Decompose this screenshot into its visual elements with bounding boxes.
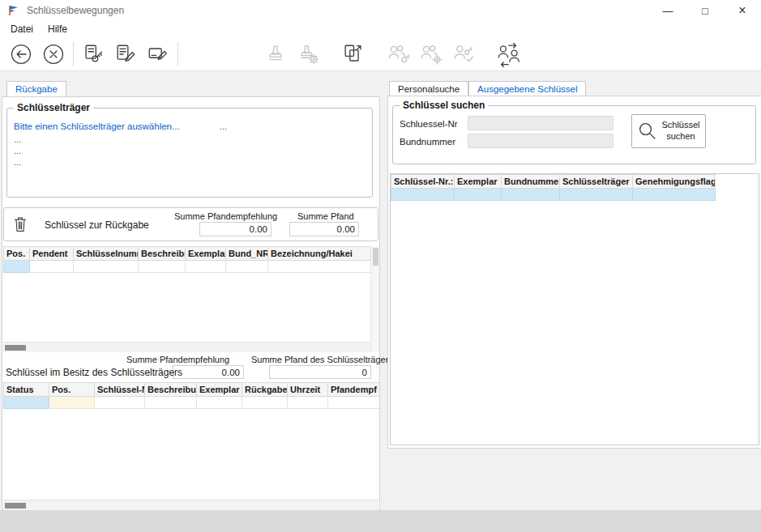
- column-header[interactable]: Bundnummer: [502, 175, 560, 189]
- possession-pfandempfehlung-value: 0.00: [173, 365, 244, 379]
- sum-pfandempfehlung-label: Summe Pfandempfehlung: [174, 211, 277, 221]
- key-search-icon: [81, 42, 105, 66]
- bund-number-input[interactable]: [468, 134, 614, 148]
- issued-keys-panel: Schlüssel suchen Schluessel-Nr Bundnumme…: [387, 96, 761, 449]
- person-key-check-button: [447, 39, 480, 70]
- stamp-button: [259, 39, 292, 70]
- rueckgabe-panel: Schlüsselträger Bitte einen Schlüsselträ…: [2, 96, 380, 510]
- column-header[interactable]: Genehmigungsflag: [633, 175, 716, 189]
- keyholder-prompt: Bitte einen Schlüsselträger auswählen...: [14, 121, 180, 131]
- column-header[interactable]: Status: [4, 383, 49, 397]
- possession-label: Schlüssel im Besitz des Schlüsselträgers: [6, 367, 182, 378]
- app-icon: [7, 4, 20, 17]
- key-number-input[interactable]: [468, 116, 614, 130]
- column-header[interactable]: Pos.: [4, 247, 30, 261]
- possession-pfand-value: 0: [269, 365, 371, 379]
- edit-movement-button[interactable]: [109, 39, 142, 70]
- tab-personalsuche[interactable]: Personalsuche: [389, 81, 468, 96]
- column-header[interactable]: Pfandempf: [328, 383, 380, 397]
- tab-rueckgabe[interactable]: Rückgabe: [6, 81, 66, 96]
- keyholder-groupbox: Schlüsselträger Bitte einen Schlüsselträ…: [6, 102, 373, 198]
- sum-pfand-label: Summe Pfand: [297, 211, 354, 221]
- column-header[interactable]: Bezeichnung/Hakei: [268, 247, 371, 261]
- column-header[interactable]: Beschreibun: [145, 383, 197, 397]
- table-row[interactable]: [4, 397, 380, 409]
- app-window: Schlüsselbewegungen — □ × Datei Hilfe: [0, 0, 761, 532]
- column-header[interactable]: Exemplar: [197, 383, 242, 397]
- persons-key-gear-icon: [418, 42, 444, 66]
- stamp-settings-button: [292, 39, 324, 70]
- column-header[interactable]: Schlüssel-Nr.:: [391, 175, 455, 189]
- scrollbar-thumb[interactable]: [5, 503, 26, 509]
- possession-pfand-label: Summe Pfand des Schlüsselträgers: [251, 355, 393, 364]
- table-header-row: Schlüssel-Nr.: Exemplar Bundnummer Schlü…: [391, 175, 716, 189]
- cancel-button[interactable]: [37, 39, 70, 70]
- stamp-icon: [263, 42, 288, 66]
- close-button[interactable]: ×: [724, 0, 761, 21]
- key-search-group-title: Schlüssel suchen: [400, 100, 488, 111]
- column-header[interactable]: Rückgabe: [242, 383, 288, 397]
- search-keys-button[interactable]: Schlüssel suchen: [631, 114, 706, 148]
- toolbar: [0, 37, 761, 71]
- sign-button[interactable]: [142, 39, 174, 70]
- stamp-gear-icon: [296, 42, 320, 66]
- column-header[interactable]: Exemplar: [186, 247, 226, 261]
- sum-pfand-value: 0.00: [289, 222, 359, 236]
- menu-hilfe[interactable]: Hilfe: [41, 22, 75, 36]
- persons-key-settings-button: [415, 39, 447, 70]
- issued-keys-table: Schlüssel-Nr.: Exemplar Bundnummer Schlü…: [390, 173, 759, 445]
- table-header-row: Pos. Pendent Schlüsselnummer Beschreibun…: [4, 247, 371, 261]
- edit-document-icon: [113, 42, 138, 66]
- keyholder-line: ...: [14, 146, 21, 155]
- column-header[interactable]: Pendent: [30, 247, 74, 261]
- table2-horizontal-scrollbar[interactable]: [3, 500, 378, 510]
- menu-datei[interactable]: Datei: [3, 22, 41, 36]
- table-header-row: Status Pos. Schlüssel-Nr Beschreibun Exe…: [4, 383, 380, 397]
- left-tabstrip: Rückgabe: [6, 81, 66, 96]
- column-header[interactable]: Pos.: [49, 383, 95, 397]
- cancel-icon: [41, 42, 66, 66]
- back-icon: [9, 42, 33, 66]
- possession-keys-table: Status Pos. Schlüssel-Nr Beschreibun Exe…: [3, 382, 379, 500]
- menu-bar: Datei Hilfe: [0, 21, 761, 37]
- keyholder-line: ...: [14, 134, 21, 144]
- scrollbar-thumb[interactable]: [373, 248, 378, 266]
- table-row[interactable]: [391, 189, 716, 201]
- signature-icon: [146, 42, 170, 66]
- trash-icon[interactable]: [12, 215, 28, 236]
- column-header[interactable]: Beschreibung: [139, 247, 186, 261]
- keyholder-line: ...: [14, 157, 21, 167]
- table1-horizontal-scrollbar[interactable]: [3, 342, 370, 352]
- back-button[interactable]: [5, 39, 37, 70]
- tab-ausgegebene-schluessel[interactable]: Ausgegebene Schlüssel: [468, 81, 586, 96]
- column-header[interactable]: Schlüsselträger: [560, 175, 633, 189]
- column-header[interactable]: Schlüssel-Nr: [95, 383, 145, 397]
- transfer-button[interactable]: [493, 39, 525, 70]
- right-tabstrip: Personalsuche Ausgegebene Schlüssel: [389, 81, 586, 96]
- search-key-button[interactable]: [77, 39, 109, 70]
- column-header[interactable]: Bund_NR: [226, 247, 268, 261]
- maximize-button[interactable]: □: [686, 0, 724, 21]
- key-number-label: Schluessel-Nr: [400, 119, 458, 129]
- search-keys-button-label: Schlüssel suchen: [661, 120, 699, 143]
- bund-number-label: Bundnummer: [400, 137, 455, 147]
- sum-pfandempfehlung-value: 0.00: [199, 222, 271, 236]
- bottom-strip: [0, 510, 761, 532]
- column-header[interactable]: Exemplar: [455, 175, 502, 189]
- title-bar: Schlüsselbewegungen — □ ×: [0, 0, 761, 21]
- transfer-persons-icon: [496, 41, 522, 67]
- minimize-button[interactable]: —: [649, 0, 686, 21]
- table-row[interactable]: [4, 261, 371, 273]
- column-header[interactable]: Schlüsselnummer: [74, 247, 139, 261]
- table1-vertical-scrollbar[interactable]: [370, 246, 379, 352]
- toolbar-separator: [177, 42, 178, 66]
- magnifier-icon: [637, 121, 658, 142]
- copy-keys-button[interactable]: [337, 39, 370, 70]
- scrollbar-thumb[interactable]: [5, 345, 26, 351]
- toolbar-separator: [73, 42, 74, 66]
- return-summary-bar: Schlüssel zur Rückgabe Summe Pfandempfeh…: [3, 207, 378, 241]
- window-controls: — □ ×: [649, 0, 761, 21]
- copy-icon: [341, 42, 366, 66]
- column-header[interactable]: Uhrzeit: [288, 383, 328, 397]
- return-keys-label: Schlüssel zur Rückgabe: [45, 219, 149, 231]
